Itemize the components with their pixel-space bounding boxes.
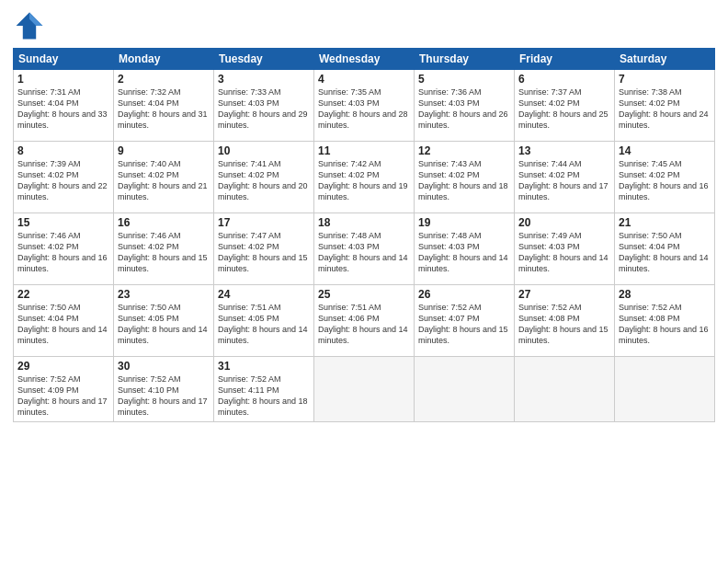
calendar-cell: 19Sunrise: 7:48 AMSunset: 4:03 PMDayligh… [415,213,515,285]
day-info: Sunrise: 7:50 AMSunset: 4:05 PMDaylight:… [118,302,210,347]
calendar-cell: 9Sunrise: 7:40 AMSunset: 4:02 PMDaylight… [114,142,214,213]
day-info: Sunrise: 7:43 AMSunset: 4:02 PMDaylight:… [418,158,510,203]
page: SundayMondayTuesdayWednesdayThursdayFrid… [0,0,728,563]
day-number: 29 [17,360,109,373]
header [13,9,715,42]
day-info: Sunrise: 7:44 AMSunset: 4:02 PMDaylight:… [518,158,610,203]
calendar-cell: 8Sunrise: 7:39 AMSunset: 4:02 PMDaylight… [14,142,114,213]
week-row-3: 15Sunrise: 7:46 AMSunset: 4:02 PMDayligh… [14,213,715,285]
day-number: 6 [518,73,610,86]
day-info: Sunrise: 7:50 AMSunset: 4:04 PMDaylight:… [619,230,711,275]
day-number: 19 [418,216,510,229]
weekday-header-wednesday: Wednesday [314,49,415,70]
calendar-cell: 17Sunrise: 7:47 AMSunset: 4:02 PMDayligh… [214,213,314,285]
day-number: 3 [218,73,310,86]
calendar-cell: 31Sunrise: 7:52 AMSunset: 4:11 PMDayligh… [214,357,314,422]
calendar-cell [515,357,615,422]
calendar-cell: 26Sunrise: 7:52 AMSunset: 4:07 PMDayligh… [415,285,515,357]
day-info: Sunrise: 7:52 AMSunset: 4:08 PMDaylight:… [518,302,610,347]
calendar-cell: 10Sunrise: 7:41 AMSunset: 4:02 PMDayligh… [214,142,314,213]
day-info: Sunrise: 7:51 AMSunset: 4:06 PMDaylight:… [318,302,410,347]
weekday-header-saturday: Saturday [615,49,715,70]
calendar: SundayMondayTuesdayWednesdayThursdayFrid… [13,48,715,422]
weekday-header-thursday: Thursday [415,49,515,70]
week-row-1: 1Sunrise: 7:31 AMSunset: 4:04 PMDaylight… [14,70,715,142]
calendar-cell: 22Sunrise: 7:50 AMSunset: 4:04 PMDayligh… [14,285,114,357]
day-number: 13 [518,144,610,157]
day-info: Sunrise: 7:48 AMSunset: 4:03 PMDaylight:… [318,230,410,275]
day-number: 1 [17,73,109,86]
day-number: 30 [118,360,210,373]
calendar-cell: 29Sunrise: 7:52 AMSunset: 4:09 PMDayligh… [14,357,114,422]
day-number: 27 [518,288,610,301]
calendar-cell: 21Sunrise: 7:50 AMSunset: 4:04 PMDayligh… [615,213,715,285]
weekday-header-tuesday: Tuesday [214,49,314,70]
calendar-cell: 15Sunrise: 7:46 AMSunset: 4:02 PMDayligh… [14,213,114,285]
day-info: Sunrise: 7:32 AMSunset: 4:04 PMDaylight:… [118,86,210,132]
day-number: 17 [218,216,310,229]
calendar-cell [615,357,715,422]
logo-icon [13,9,46,42]
day-number: 20 [518,216,610,229]
day-number: 5 [418,73,510,86]
calendar-cell: 20Sunrise: 7:49 AMSunset: 4:03 PMDayligh… [515,213,615,285]
calendar-cell: 16Sunrise: 7:46 AMSunset: 4:02 PMDayligh… [114,213,214,285]
day-info: Sunrise: 7:42 AMSunset: 4:02 PMDaylight:… [318,158,410,203]
day-info: Sunrise: 7:52 AMSunset: 4:07 PMDaylight:… [418,302,510,347]
day-number: 18 [318,216,410,229]
day-number: 23 [118,288,210,301]
calendar-cell: 27Sunrise: 7:52 AMSunset: 4:08 PMDayligh… [515,285,615,357]
calendar-cell: 1Sunrise: 7:31 AMSunset: 4:04 PMDaylight… [14,70,114,142]
day-info: Sunrise: 7:47 AMSunset: 4:02 PMDaylight:… [218,230,310,275]
day-number: 9 [118,144,210,157]
week-row-4: 22Sunrise: 7:50 AMSunset: 4:04 PMDayligh… [14,285,715,357]
calendar-cell: 28Sunrise: 7:52 AMSunset: 4:08 PMDayligh… [615,285,715,357]
day-number: 31 [218,360,310,373]
calendar-cell: 18Sunrise: 7:48 AMSunset: 4:03 PMDayligh… [314,213,415,285]
calendar-cell: 4Sunrise: 7:35 AMSunset: 4:03 PMDaylight… [314,70,415,142]
calendar-cell [415,357,515,422]
calendar-cell: 30Sunrise: 7:52 AMSunset: 4:10 PMDayligh… [114,357,214,422]
day-info: Sunrise: 7:52 AMSunset: 4:10 PMDaylight:… [118,373,210,419]
day-info: Sunrise: 7:51 AMSunset: 4:05 PMDaylight:… [218,302,310,347]
day-info: Sunrise: 7:36 AMSunset: 4:03 PMDaylight:… [418,86,510,132]
calendar-cell: 14Sunrise: 7:45 AMSunset: 4:02 PMDayligh… [615,142,715,213]
day-info: Sunrise: 7:49 AMSunset: 4:03 PMDaylight:… [518,230,610,275]
day-number: 21 [619,216,711,229]
day-number: 24 [218,288,310,301]
day-info: Sunrise: 7:46 AMSunset: 4:02 PMDaylight:… [17,230,109,275]
calendar-cell [314,357,415,422]
day-number: 15 [17,216,109,229]
day-number: 14 [619,144,711,157]
weekday-header-friday: Friday [515,49,615,70]
day-number: 16 [118,216,210,229]
day-info: Sunrise: 7:50 AMSunset: 4:04 PMDaylight:… [17,302,109,347]
day-info: Sunrise: 7:35 AMSunset: 4:03 PMDaylight:… [318,86,410,132]
week-row-2: 8Sunrise: 7:39 AMSunset: 4:02 PMDaylight… [14,142,715,213]
weekday-header-row: SundayMondayTuesdayWednesdayThursdayFrid… [14,49,715,70]
calendar-cell: 13Sunrise: 7:44 AMSunset: 4:02 PMDayligh… [515,142,615,213]
calendar-cell: 12Sunrise: 7:43 AMSunset: 4:02 PMDayligh… [415,142,515,213]
calendar-cell: 23Sunrise: 7:50 AMSunset: 4:05 PMDayligh… [114,285,214,357]
day-info: Sunrise: 7:38 AMSunset: 4:02 PMDaylight:… [619,86,711,132]
day-info: Sunrise: 7:52 AMSunset: 4:09 PMDaylight:… [17,373,109,419]
logo [13,9,48,42]
week-row-5: 29Sunrise: 7:52 AMSunset: 4:09 PMDayligh… [14,357,715,422]
calendar-cell: 6Sunrise: 7:37 AMSunset: 4:02 PMDaylight… [515,70,615,142]
calendar-cell: 5Sunrise: 7:36 AMSunset: 4:03 PMDaylight… [415,70,515,142]
day-info: Sunrise: 7:52 AMSunset: 4:11 PMDaylight:… [218,373,310,419]
day-number: 4 [318,73,410,86]
day-info: Sunrise: 7:52 AMSunset: 4:08 PMDaylight:… [619,302,711,347]
calendar-cell: 25Sunrise: 7:51 AMSunset: 4:06 PMDayligh… [314,285,415,357]
day-number: 25 [318,288,410,301]
calendar-cell: 3Sunrise: 7:33 AMSunset: 4:03 PMDaylight… [214,70,314,142]
day-number: 7 [619,73,711,86]
calendar-cell: 7Sunrise: 7:38 AMSunset: 4:02 PMDaylight… [615,70,715,142]
calendar-cell: 24Sunrise: 7:51 AMSunset: 4:05 PMDayligh… [214,285,314,357]
day-info: Sunrise: 7:41 AMSunset: 4:02 PMDaylight:… [218,158,310,203]
day-number: 28 [619,288,711,301]
day-info: Sunrise: 7:37 AMSunset: 4:02 PMDaylight:… [518,86,610,132]
day-info: Sunrise: 7:33 AMSunset: 4:03 PMDaylight:… [218,86,310,132]
day-info: Sunrise: 7:39 AMSunset: 4:02 PMDaylight:… [17,158,109,203]
calendar-cell: 11Sunrise: 7:42 AMSunset: 4:02 PMDayligh… [314,142,415,213]
